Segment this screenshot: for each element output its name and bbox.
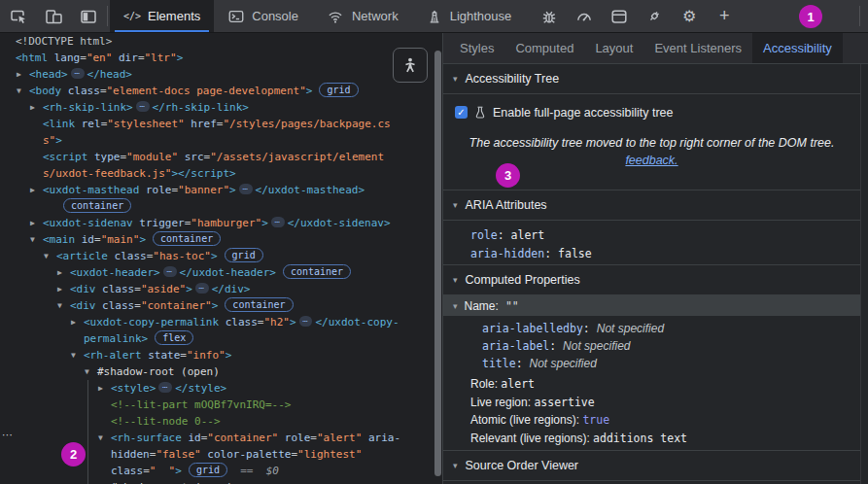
tab-computed[interactable]: Computed: [504, 33, 584, 63]
expand-inline-button[interactable]: ⋯: [158, 382, 172, 393]
expand-inline-button[interactable]: ⋯: [299, 316, 313, 327]
grid-badge[interactable]: grid: [319, 83, 358, 97]
dom-tree-row[interactable]: ▼#shadow-root (open): [0, 479, 434, 484]
expand-inline-button[interactable]: ⋯: [71, 68, 85, 79]
dom-tree-row[interactable]: ▶<div class="aside">⋯</div>: [0, 281, 434, 297]
expand-arrow-icon[interactable]: ▶: [30, 215, 43, 231]
tab-accessibility[interactable]: Accessibility: [752, 33, 843, 63]
performance-button[interactable]: [573, 6, 595, 27]
separator: :: [549, 339, 563, 353]
feedback-link[interactable]: feedback.: [625, 154, 677, 167]
dom-tree-row[interactable]: ▶<uxdot-masthead role="banner">⋯</uxdot-…: [0, 182, 434, 198]
dom-tree-row[interactable]: <link rel="stylesheet" href="/styles/pag…: [0, 116, 434, 132]
computed-properties-header[interactable]: ▾ Computed Properties: [443, 265, 860, 295]
application-button[interactable]: [608, 6, 630, 27]
tab-network[interactable]: Network: [312, 0, 412, 32]
computed-property-label: Atomic (live regions):: [470, 413, 582, 427]
dom-tree-row[interactable]: <!--lit-node 0-->: [0, 413, 434, 430]
dom-tree-row[interactable]: <script type="module" src="/assets/javas…: [0, 149, 434, 165]
dom-tree-row[interactable]: ▼<article class="has-toc">grid: [0, 248, 434, 264]
tag-token: </uxdot-sidenav>: [288, 217, 391, 229]
dom-tree-row[interactable]: container: [0, 198, 434, 215]
aria-attributes-header[interactable]: ▾ ARIA Attributes: [443, 190, 860, 221]
checkbox-label[interactable]: Enable full-page accessibility tree: [493, 106, 674, 120]
expand-arrow-icon[interactable]: ▶: [30, 182, 43, 198]
dom-tree-row[interactable]: class=" ">grid == $0: [0, 463, 434, 479]
section-title: ARIA Attributes: [466, 198, 547, 212]
section-aria-attributes: ▾ ARIA Attributes role: alertaria-hidden…: [443, 190, 860, 273]
dom-tree-row[interactable]: s/uxdot-feedback.js"></script>: [0, 165, 434, 182]
expand-inline-button[interactable]: ⋯: [195, 283, 209, 294]
expand-inline-button[interactable]: ⋯: [271, 217, 285, 227]
tag-token: <link: [43, 118, 75, 130]
dom-tree-row[interactable]: ▶<uxdot-sidenav trigger="hamburger">⋯</u…: [0, 215, 434, 231]
expand-inline-button[interactable]: ⋯: [136, 101, 150, 112]
expand-arrow-icon[interactable]: ▼: [44, 248, 56, 264]
expand-arrow-icon[interactable]: ▼: [98, 479, 111, 484]
grid-badge[interactable]: grid: [225, 248, 263, 262]
expand-arrow-icon[interactable]: ▼: [85, 363, 97, 380]
connector-button[interactable]: [643, 6, 665, 27]
dom-tree-row[interactable]: <html lang="en" dir="ltr">: [0, 50, 434, 66]
dom-tree-row[interactable]: ▼<body class="element-docs page-developm…: [0, 83, 434, 99]
punctuation-token: =: [138, 52, 145, 64]
settings-button[interactable]: ⚙: [678, 6, 700, 27]
tag-token: </uxdot-masthead>: [256, 184, 365, 196]
accessibility-tree-header[interactable]: ▾ Accessibility Tree: [443, 64, 860, 94]
container-badge[interactable]: container: [225, 297, 293, 312]
expand-inline-button[interactable]: ⋯: [239, 184, 253, 194]
tab-console[interactable]: Console: [214, 0, 312, 32]
expand-arrow-icon[interactable]: ▶: [17, 66, 29, 83]
expand-arrow-icon[interactable]: ▼: [57, 297, 70, 314]
dom-tree-row[interactable]: ▶<uxdot-copy-permalink class="h2">⋯</uxd…: [0, 314, 434, 330]
dom-tree-row[interactable]: ▼<rh-surface id="container" role="alert"…: [0, 430, 434, 446]
overflow-menu-dots[interactable]: ⋯: [2, 429, 13, 441]
flex-badge[interactable]: flex: [155, 330, 193, 345]
expand-arrow-icon[interactable]: ▼: [17, 83, 29, 99]
attribute-name-token: role: [278, 432, 310, 444]
enable-full-page-a11y-tree-checkbox[interactable]: ✓: [455, 106, 468, 119]
expand-arrow-icon[interactable]: ▶: [57, 281, 70, 297]
expand-arrow-icon[interactable]: ▶: [98, 380, 111, 397]
dom-tree-row[interactable]: ▶<uxdot-header>⋯</uxdot-header>container: [0, 264, 434, 281]
expand-arrow-icon[interactable]: ▶: [57, 264, 70, 281]
accessibility-tree-toggle-button[interactable]: [393, 48, 428, 83]
more-tabs-button[interactable]: +: [713, 6, 735, 27]
dom-tree-row[interactable]: <!DOCTYPE html>: [0, 33, 434, 50]
tab-event-listeners[interactable]: Event Listeners: [643, 33, 752, 63]
dom-tree-row[interactable]: ▶<rh-skip-link>⋯</rh-skip-link>: [0, 99, 434, 116]
tab-elements[interactable]: </> Elements: [110, 0, 214, 32]
dom-tree-row[interactable]: ▼#shadow-root (open): [0, 363, 434, 380]
dom-tree-row[interactable]: ▶<style>⋯</style>: [0, 380, 434, 397]
expand-arrow-icon[interactable]: ▼: [71, 347, 84, 363]
computed-name-row[interactable]: ▾ Name: "": [443, 295, 860, 316]
grid-badge[interactable]: grid: [189, 463, 227, 477]
container-badge[interactable]: container: [283, 264, 351, 279]
expand-arrow-icon[interactable]: ▶: [71, 314, 84, 330]
source-order-viewer-header[interactable]: ▾ Source Order Viewer: [443, 451, 860, 480]
network-icon: [326, 8, 345, 25]
dom-tree-row[interactable]: ▼<div class="container">container: [0, 297, 434, 314]
tab-styles[interactable]: Styles: [449, 33, 504, 63]
dom-tree-row[interactable]: ▶<head>⋯</head>: [0, 66, 434, 83]
tab-lighthouse[interactable]: Lighthouse: [412, 0, 526, 32]
name-sources-list: aria-labelledby: Not specifiedaria-label…: [443, 316, 860, 372]
container-badge[interactable]: container: [153, 231, 221, 246]
expand-arrow-icon[interactable]: ▶: [30, 99, 43, 116]
dom-tree-row[interactable]: ▼<rh-alert state="info">: [0, 347, 434, 363]
issues-button[interactable]: [538, 6, 560, 27]
dom-tree-row[interactable]: s">: [0, 132, 434, 149]
indent-guide: [87, 380, 88, 484]
expand-arrow-icon[interactable]: ▼: [98, 430, 111, 446]
container-badge[interactable]: container: [63, 198, 131, 213]
inspect-button[interactable]: [8, 6, 29, 27]
dom-tree-row[interactable]: <!--lit-part mOQBf7vnIRQ=-->: [0, 397, 434, 413]
tab-layout[interactable]: Layout: [584, 33, 643, 63]
expand-inline-button[interactable]: ⋯: [163, 266, 177, 277]
dock-side-button[interactable]: [78, 6, 99, 27]
dom-tree-row[interactable]: ▼<main id="main">container: [0, 231, 434, 248]
expand-arrow-icon[interactable]: ▼: [30, 231, 43, 248]
device-toolbar-button[interactable]: [43, 6, 64, 27]
dom-tree-row[interactable]: permalink>flex: [0, 330, 434, 347]
elements-scrollbar[interactable]: [434, 51, 441, 476]
